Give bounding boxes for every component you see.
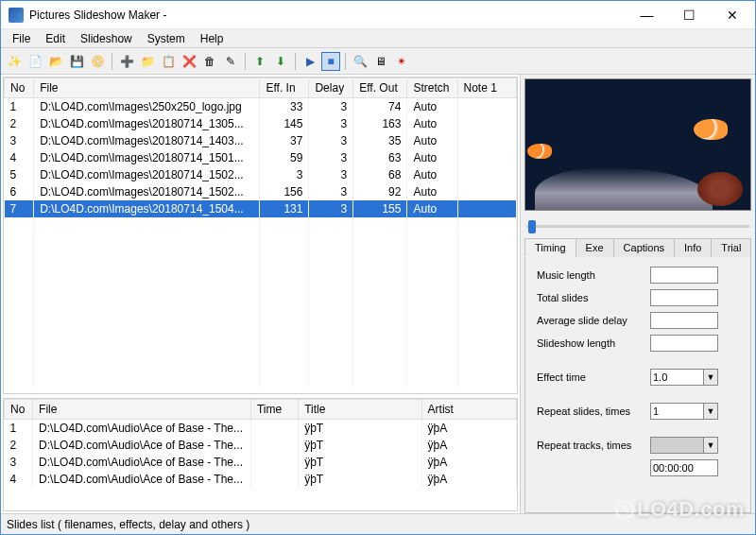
slideshow-length-label: Slideshow length — [537, 337, 650, 349]
preview-icon[interactable]: 🔍 — [351, 52, 369, 71]
window-controls: — ☐ ✕ — [626, 2, 753, 28]
tab-exe[interactable]: Exe — [576, 238, 614, 257]
open-icon[interactable]: 📂 — [46, 52, 65, 71]
table-row[interactable]: 6D:\LO4D.com\Images\20180714_1502...1563… — [5, 183, 517, 200]
audio-col-artist[interactable]: Artist — [421, 400, 516, 420]
menu-edit[interactable]: Edit — [38, 30, 73, 47]
total-slides-field[interactable] — [650, 289, 718, 306]
audio-col-file[interactable]: File — [33, 400, 251, 420]
slides-col-no[interactable]: No — [5, 78, 34, 98]
avg-delay-field[interactable] — [650, 312, 718, 329]
preview-image-content — [535, 167, 713, 210]
effect-time-label: Effect time — [537, 371, 650, 383]
app-window: Pictures Slideshow Maker - — ☐ ✕ FileEdi… — [0, 0, 756, 535]
table-row[interactable]: 7D:\LO4D.com\Images\20180714_1504...1313… — [5, 200, 517, 217]
slides-hscroll[interactable]: ◀ ▶ — [4, 393, 517, 394]
save-icon[interactable]: 💾 — [67, 52, 86, 71]
save-as-icon[interactable]: 📀 — [88, 52, 107, 71]
titlebar: Pictures Slideshow Maker - — ☐ ✕ — [1, 1, 755, 29]
window-title: Pictures Slideshow Maker - — [29, 9, 626, 22]
table-row[interactable]: 1D:\LO4D.com\Images\250x250_logo.jpg3337… — [5, 98, 517, 116]
audio-col-no[interactable]: No — [5, 400, 33, 420]
settings-icon[interactable]: ✴ — [392, 52, 411, 71]
audio-col-time[interactable]: Time — [250, 400, 298, 420]
slides-grid[interactable]: NoFileEff. InDelayEff. OutStretchNote 1 … — [3, 77, 518, 394]
table-row[interactable]: 4D:\LO4D.com\Audio\Ace of Base - The...ÿ… — [5, 471, 517, 488]
menu-slideshow[interactable]: Slideshow — [73, 30, 140, 47]
audio-grid[interactable]: NoFileTimeTitleArtist 1D:\LO4D.com\Audio… — [3, 398, 518, 511]
tab-info[interactable]: Info — [674, 238, 712, 257]
audio-col-title[interactable]: Title — [299, 400, 421, 420]
time-readout-field[interactable] — [650, 459, 718, 476]
app-icon — [9, 8, 24, 23]
table-row[interactable]: 1D:\LO4D.com\Audio\Ace of Base - The...ÿ… — [5, 420, 517, 438]
minimize-button[interactable]: — — [626, 2, 668, 28]
slides-col-delay[interactable]: Delay — [309, 78, 353, 98]
play-icon[interactable]: ▶ — [301, 52, 319, 71]
fullscreen-icon[interactable]: 🖥 — [371, 52, 390, 71]
statusbar: Slides list ( filenames, effects, delay … — [1, 513, 755, 534]
menu-file[interactable]: File — [5, 30, 38, 47]
repeat-slides-combo[interactable]: ▼ — [650, 403, 718, 420]
preview-pane[interactable] — [524, 78, 751, 211]
table-row[interactable]: 3D:\LO4D.com\Audio\Ace of Base - The...ÿ… — [5, 454, 517, 471]
tab-captions[interactable]: Captions — [613, 238, 675, 257]
music-length-label: Music length — [537, 269, 650, 281]
delete-icon[interactable]: ❌ — [180, 52, 198, 71]
table-row[interactable]: 4D:\LO4D.com\Images\20180714_1501...5936… — [5, 149, 517, 166]
menu-system[interactable]: System — [140, 30, 193, 47]
slides-col-eff-out[interactable]: Eff. Out — [353, 78, 407, 98]
total-slides-label: Total slides — [537, 292, 650, 303]
slides-col-file[interactable]: File — [34, 78, 260, 98]
audio-table[interactable]: NoFileTimeTitleArtist 1D:\LO4D.com\Audio… — [4, 399, 517, 488]
repeat-tracks-label: Repeat tracks, times — [537, 440, 650, 451]
batch-icon[interactable]: 📋 — [159, 52, 178, 71]
audio-vscroll[interactable]: ▲ ▼ — [517, 399, 518, 510]
chevron-down-icon[interactable]: ▼ — [703, 437, 718, 454]
edit-icon[interactable]: ✎ — [221, 52, 240, 71]
maximize-button[interactable]: ☐ — [668, 2, 711, 28]
clear-icon[interactable]: 🗑 — [200, 52, 219, 71]
slides-col-note-1[interactable]: Note 1 — [457, 78, 516, 98]
slides-table[interactable]: NoFileEff. InDelayEff. OutStretchNote 1 … — [4, 78, 517, 388]
table-row[interactable]: 2D:\LO4D.com\Audio\Ace of Base - The...ÿ… — [5, 437, 517, 454]
effect-time-combo[interactable]: ▼ — [650, 369, 718, 386]
preview-slider[interactable] — [521, 215, 755, 237]
add-folder-icon[interactable]: 📁 — [138, 52, 157, 71]
toolbar: ✨📄📂💾📀➕📁📋❌🗑✎⬆⬇▶■🔍🖥✴ — [1, 48, 755, 75]
tabbar: TimingExeCaptionsInfoTrial — [524, 237, 751, 257]
left-pane: NoFileEff. InDelayEff. OutStretchNote 1 … — [1, 75, 521, 513]
table-row[interactable]: 5D:\LO4D.com\Images\20180714_1502...3368… — [5, 166, 517, 183]
table-row[interactable]: 3D:\LO4D.com\Images\20180714_1403...3733… — [5, 132, 517, 149]
slideshow-length-field[interactable] — [650, 335, 718, 352]
move-up-icon[interactable]: ⬆ — [250, 52, 269, 71]
slides-col-eff-in[interactable]: Eff. In — [260, 78, 309, 98]
repeat-slides-label: Repeat slides, times — [537, 406, 650, 417]
stop-icon[interactable]: ■ — [321, 52, 340, 71]
move-down-icon[interactable]: ⬇ — [271, 52, 290, 71]
status-text: Slides list ( filenames, effects, delay … — [7, 518, 249, 531]
wizard-icon[interactable]: ✨ — [5, 52, 24, 71]
chevron-down-icon[interactable]: ▼ — [703, 369, 718, 386]
repeat-tracks-combo[interactable]: ▼ — [650, 437, 718, 454]
tab-timing[interactable]: Timing — [524, 238, 576, 257]
slider-thumb[interactable] — [528, 220, 536, 233]
slides-col-stretch[interactable]: Stretch — [407, 78, 457, 98]
right-pane: TimingExeCaptionsInfoTrial Music length … — [521, 75, 755, 513]
slides-vscroll[interactable]: ▲ ▼ — [517, 78, 518, 393]
menubar: FileEditSlideshowSystemHelp — [1, 29, 755, 48]
close-button[interactable]: ✕ — [711, 2, 753, 28]
chevron-down-icon[interactable]: ▼ — [703, 403, 718, 420]
timing-tab-content: Music length Total slides Average slide … — [524, 257, 751, 513]
table-row[interactable]: 2D:\LO4D.com\Images\20180714_1305...1453… — [5, 115, 517, 132]
music-length-field[interactable] — [650, 267, 718, 284]
new-icon[interactable]: 📄 — [26, 52, 44, 71]
tab-trial[interactable]: Trial — [711, 238, 751, 257]
menu-help[interactable]: Help — [193, 30, 232, 47]
body-area: NoFileEff. InDelayEff. OutStretchNote 1 … — [1, 75, 755, 513]
avg-delay-label: Average slide delay — [537, 315, 650, 326]
add-file-icon[interactable]: ➕ — [117, 52, 136, 71]
